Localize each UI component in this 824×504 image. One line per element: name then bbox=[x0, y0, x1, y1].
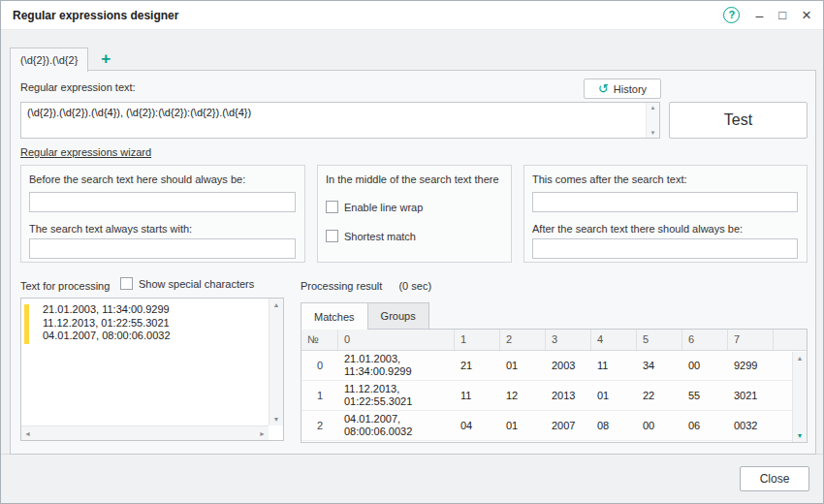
window-title: Regular expressions designer bbox=[13, 9, 178, 22]
column-header[interactable]: 4 bbox=[591, 330, 637, 350]
match-group-cell: 22 bbox=[637, 388, 682, 404]
before-search-panel: Before the search text here should alway… bbox=[20, 165, 305, 263]
processing-result-label: Processing result (0 sec) bbox=[301, 280, 431, 292]
scroll-left-icon[interactable]: ◄ bbox=[24, 430, 31, 437]
text-line: 21.01.2003, 11:34:00.9299 bbox=[43, 303, 266, 317]
comes-after-label: This comes after the search text: bbox=[532, 173, 803, 185]
tab-regex-pattern[interactable]: (\d{2}).(\d{2} bbox=[10, 47, 88, 72]
match-group-cell: 01 bbox=[500, 358, 546, 374]
match-group-cell: 2007 bbox=[546, 418, 591, 434]
match-group-cell: 00 bbox=[637, 418, 682, 434]
match-group-cell: 01 bbox=[500, 418, 546, 434]
regex-value: (\d{2}).(\d{2}).(\d{4}), (\d{2}):(\d{2})… bbox=[27, 107, 642, 118]
row-number-cell: 0 bbox=[301, 358, 338, 374]
column-header[interactable]: 6 bbox=[682, 330, 728, 350]
text-line: 11.12.2013, 01:22:55.3021 bbox=[43, 317, 266, 331]
table-vertical-scrollbar[interactable]: ▲ ▼ bbox=[792, 352, 807, 442]
tab-matches[interactable]: Matches bbox=[301, 302, 368, 330]
match-group-cell: 3021 bbox=[728, 388, 774, 404]
match-group-cell: 06 bbox=[682, 418, 728, 434]
match-group-cell: 04 bbox=[455, 418, 500, 434]
processing-text-area[interactable]: 21.01.2003, 11:34:00.929911.12.2013, 01:… bbox=[20, 298, 284, 441]
titlebar: Regular expressions designer ? – □ × bbox=[1, 1, 823, 30]
matches-table-body: 021.01.2003, 11:34:00.929921012003113400… bbox=[301, 351, 807, 441]
match-group-cell: 08 bbox=[591, 418, 637, 434]
after-always-label: After the search text there should alway… bbox=[532, 223, 803, 235]
column-header-filler bbox=[774, 330, 807, 350]
text-vertical-scrollbar[interactable]: ▲ ▼ bbox=[269, 299, 283, 425]
processing-text-lines: 21.01.2003, 11:34:00.929911.12.2013, 01:… bbox=[43, 303, 266, 343]
history-icon: ↺ bbox=[598, 82, 609, 95]
text-line: 04.01.2007, 08:00:06.0032 bbox=[43, 330, 266, 343]
row-number-cell: 1 bbox=[301, 388, 338, 404]
before-always-label: Before the search text here should alway… bbox=[29, 173, 301, 185]
scroll-right-icon[interactable]: ► bbox=[259, 430, 266, 437]
column-header[interactable]: 2 bbox=[500, 330, 546, 350]
starts-with-input[interactable] bbox=[29, 238, 296, 259]
matches-table-header: №01234567 bbox=[301, 330, 807, 351]
close-window-icon[interactable]: × bbox=[802, 7, 811, 24]
match-group-cell: 11 bbox=[455, 388, 500, 404]
scroll-up-icon[interactable]: ▲ bbox=[797, 355, 804, 362]
add-tab-button[interactable]: + bbox=[88, 47, 123, 71]
checkbox-icon bbox=[120, 277, 133, 290]
regex-wizard-link[interactable]: Regular expressions wizard bbox=[20, 146, 151, 158]
close-button[interactable]: Close bbox=[740, 466, 809, 491]
scroll-up-icon[interactable]: ▲ bbox=[273, 301, 280, 308]
match-highlight-marker bbox=[24, 304, 29, 344]
before-always-input[interactable] bbox=[29, 192, 296, 212]
table-row[interactable]: 021.01.2003, 11:34:00.929921012003113400… bbox=[301, 351, 807, 381]
match-group-cell: 11 bbox=[591, 358, 637, 374]
checkbox-icon bbox=[326, 230, 338, 242]
column-header[interactable]: 3 bbox=[546, 330, 591, 350]
help-icon[interactable]: ? bbox=[723, 7, 740, 23]
enable-line-wrap-checkbox[interactable]: Enable line wrap bbox=[326, 201, 423, 213]
enable-line-wrap-label: Enable line wrap bbox=[344, 202, 423, 213]
text-for-processing-label: Text for processing bbox=[20, 280, 110, 292]
match-group-cell: 21 bbox=[455, 358, 500, 374]
shortest-match-label: Shortest match bbox=[344, 231, 416, 242]
show-special-characters-checkbox[interactable]: Show special characters bbox=[120, 277, 254, 290]
scroll-down-icon[interactable]: ▼ bbox=[797, 432, 804, 439]
column-header[interactable]: 1 bbox=[455, 330, 500, 350]
minimize-icon[interactable]: – bbox=[755, 7, 763, 24]
column-header[interactable]: 7 bbox=[728, 330, 774, 350]
table-row[interactable]: 204.01.2007, 08:00:06.003204012007080006… bbox=[301, 411, 807, 441]
middle-panel-label: In the middle of the search text there bbox=[326, 173, 507, 185]
starts-with-label: The search text always starts with: bbox=[29, 223, 301, 235]
regex-text-label: Regular expression text: bbox=[20, 81, 136, 93]
match-group-cell: 21.01.2003, 11:34:00.9299 bbox=[338, 351, 455, 380]
tab-bar: (\d{2}).(\d{2} + bbox=[10, 46, 123, 71]
regex-designer-window: Regular expressions designer ? – □ × (\d… bbox=[0, 0, 824, 504]
scroll-down-icon[interactable]: ▼ bbox=[273, 416, 280, 423]
result-time: (0 sec) bbox=[398, 280, 431, 292]
match-group-cell: 55 bbox=[682, 388, 728, 404]
tab-groups[interactable]: Groups bbox=[368, 302, 429, 330]
match-group-cell: 2003 bbox=[546, 358, 591, 374]
column-header[interactable]: 5 bbox=[637, 330, 682, 350]
maximize-icon[interactable]: □ bbox=[778, 7, 786, 24]
scroll-up-icon[interactable]: ▲ bbox=[650, 105, 656, 110]
text-horizontal-scrollbar[interactable]: ◄ ► bbox=[21, 425, 269, 440]
match-group-cell: 0032 bbox=[728, 418, 774, 434]
window-controls: ? – □ × bbox=[723, 7, 811, 24]
match-group-cell: 01 bbox=[591, 388, 637, 404]
match-group-cell: 34 bbox=[637, 358, 682, 374]
regex-input[interactable]: (\d{2}).(\d{2}).(\d{4}), (\d{2}):(\d{2})… bbox=[20, 102, 660, 139]
shortest-match-checkbox[interactable]: Shortest match bbox=[326, 230, 416, 242]
processing-result-text: Processing result bbox=[301, 280, 382, 292]
match-group-cell: 2013 bbox=[546, 388, 591, 404]
column-header[interactable]: № bbox=[301, 330, 338, 350]
match-group-cell: 00 bbox=[682, 358, 728, 374]
match-group-cell: 9299 bbox=[728, 358, 774, 374]
regex-input-scrollbar[interactable]: ▲ ▼ bbox=[646, 103, 659, 138]
test-button[interactable]: Test bbox=[669, 102, 808, 139]
history-button[interactable]: ↺ History bbox=[584, 79, 661, 99]
after-always-input[interactable] bbox=[532, 238, 798, 259]
matches-table: №01234567 021.01.2003, 11:34:00.92992101… bbox=[301, 329, 808, 443]
footer: Close bbox=[1, 454, 823, 503]
scroll-down-icon[interactable]: ▼ bbox=[650, 130, 656, 136]
column-header[interactable]: 0 bbox=[338, 330, 455, 350]
table-row[interactable]: 111.12.2013, 01:22:55.302111122013012255… bbox=[301, 381, 807, 411]
comes-after-input[interactable] bbox=[532, 192, 798, 212]
